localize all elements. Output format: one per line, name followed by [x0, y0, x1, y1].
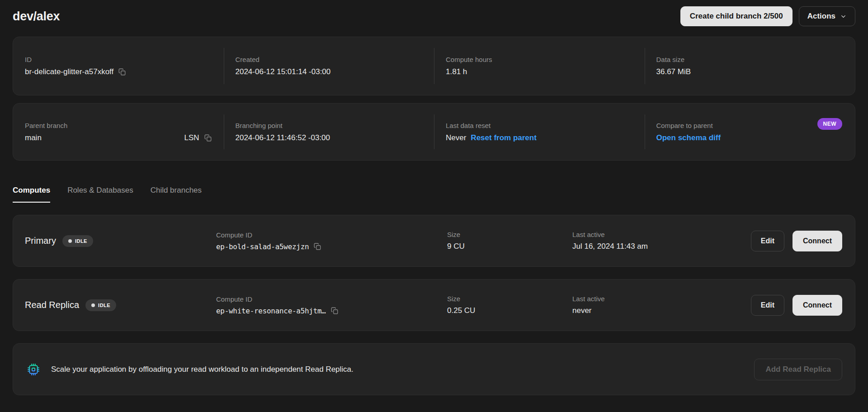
tab-roles-databases[interactable]: Roles & Databases	[67, 186, 133, 203]
field-compute-id: Compute ID ep-white-resonance-a5hjtm…	[216, 295, 447, 315]
status-badge: IDLE	[85, 299, 116, 311]
read-replica-banner: Scale your application by offloading you…	[13, 343, 855, 395]
copy-compute-id-button[interactable]	[313, 242, 321, 251]
connect-button[interactable]: Connect	[793, 231, 842, 251]
field-label: Parent branch	[25, 122, 224, 129]
compute-row-primary: Primary IDLE Compute ID ep-bold-salad-a5…	[13, 215, 855, 267]
copy-icon	[118, 68, 126, 76]
field-label: Created	[236, 56, 434, 63]
status-dot-icon	[91, 303, 95, 307]
compute-id-value: ep-bold-salad-a5wezjzn	[216, 242, 309, 251]
field-label: ID	[25, 56, 224, 63]
compute-name-cell: Primary IDLE	[25, 235, 216, 247]
edit-button[interactable]: Edit	[751, 295, 784, 316]
branch-overview-card: ID br-delicate-glitter-a57xkoff Created …	[13, 37, 855, 95]
field-label: Last active	[572, 295, 742, 303]
field-label: Data size	[656, 56, 855, 63]
lsn-group: LSN	[184, 133, 212, 142]
field-label: Size	[447, 231, 572, 238]
branching-point-value: 2024-06-12 11:46:52 -03:00	[236, 133, 434, 142]
field-branch-id: ID br-delicate-glitter-a57xkoff	[13, 56, 224, 76]
parent-branch-value[interactable]: main	[25, 133, 42, 142]
field-compare-to-parent: Compare to parent Open schema diff NEW	[645, 122, 855, 142]
field-created: Created 2024-06-12 15:01:14 -03:00	[224, 56, 434, 76]
compute-name: Primary	[25, 236, 56, 246]
field-label: Compute ID	[216, 295, 447, 303]
data-size-value: 36.67 MiB	[656, 67, 855, 76]
field-label: Last active	[572, 231, 742, 238]
tab-computes[interactable]: Computes	[13, 186, 50, 203]
field-label: Compute ID	[216, 231, 447, 239]
field-data-size: Data size 36.67 MiB	[645, 56, 855, 76]
actions-button-label: Actions	[807, 12, 835, 21]
header-actions: Create child branch 2/500 Actions	[680, 6, 855, 26]
field-parent-branch: Parent branch main LSN	[13, 122, 224, 142]
copy-icon	[330, 307, 339, 315]
create-child-branch-button[interactable]: Create child branch 2/500	[680, 6, 793, 26]
cpu-chip-icon	[27, 363, 40, 376]
last-active-value: Jul 16, 2024 11:43 am	[572, 242, 742, 251]
actions-button[interactable]: Actions	[799, 6, 855, 26]
field-compute-id: Compute ID ep-bold-salad-a5wezjzn	[216, 231, 447, 251]
chevron-down-icon	[840, 13, 847, 20]
reset-from-parent-link[interactable]: Reset from parent	[471, 133, 536, 142]
branch-detail-page: dev/alex Create child branch 2/500 Actio…	[0, 5, 868, 395]
field-label: Branching point	[236, 122, 434, 129]
page-header: dev/alex Create child branch 2/500 Actio…	[13, 5, 855, 27]
field-label: Compute hours	[446, 56, 645, 63]
replica-banner-text: Scale your application by offloading you…	[51, 365, 354, 374]
field-size: Size 0.25 CU	[447, 295, 572, 315]
created-value: 2024-06-12 15:01:14 -03:00	[236, 67, 434, 76]
row-buttons: Edit Connect	[751, 231, 842, 251]
compute-hours-value: 1.81 h	[446, 67, 645, 76]
status-dot-icon	[68, 239, 72, 243]
compute-row-read-replica: Read Replica IDLE Compute ID ep-white-re…	[13, 279, 855, 331]
branch-id-value: br-delicate-glitter-a57xkoff	[25, 67, 113, 76]
field-last-data-reset: Last data reset Never Reset from parent	[434, 122, 645, 142]
copy-branch-id-button[interactable]	[118, 68, 126, 76]
copy-lsn-button[interactable]	[204, 134, 212, 142]
connect-button[interactable]: Connect	[793, 295, 842, 316]
last-active-value: never	[572, 306, 742, 315]
page-title: dev/alex	[13, 9, 60, 24]
copy-icon	[204, 134, 212, 142]
new-badge: NEW	[817, 118, 843, 130]
parent-branch-card: Parent branch main LSN Branching point 2…	[13, 103, 855, 161]
lsn-label: LSN	[184, 133, 199, 142]
branch-tabs: Computes Roles & Databases Child branche…	[13, 186, 855, 203]
field-branching-point: Branching point 2024-06-12 11:46:52 -03:…	[224, 122, 434, 142]
size-value: 9 CU	[447, 242, 572, 251]
edit-button[interactable]: Edit	[751, 231, 784, 251]
field-last-active: Last active never	[572, 295, 742, 315]
field-last-active: Last active Jul 16, 2024 11:43 am	[572, 231, 742, 251]
field-size: Size 9 CU	[447, 231, 572, 251]
compute-name-cell: Read Replica IDLE	[25, 299, 216, 311]
status-label: IDLE	[75, 238, 87, 244]
copy-icon	[313, 242, 321, 251]
compute-id-value: ep-white-resonance-a5hjtm…	[216, 307, 326, 315]
status-badge: IDLE	[62, 235, 93, 247]
field-label: Size	[447, 295, 572, 303]
field-label: Last data reset	[446, 122, 645, 129]
copy-compute-id-button[interactable]	[330, 307, 339, 315]
tab-child-branches[interactable]: Child branches	[151, 186, 202, 203]
open-schema-diff-link[interactable]: Open schema diff	[656, 133, 721, 142]
field-compute-hours: Compute hours 1.81 h	[434, 56, 645, 76]
status-label: IDLE	[98, 303, 110, 308]
compute-name: Read Replica	[25, 300, 79, 310]
add-read-replica-button[interactable]: Add Read Replica	[754, 359, 842, 380]
last-data-reset-value: Never	[446, 133, 466, 142]
size-value: 0.25 CU	[447, 306, 572, 315]
row-buttons: Edit Connect	[751, 295, 842, 316]
